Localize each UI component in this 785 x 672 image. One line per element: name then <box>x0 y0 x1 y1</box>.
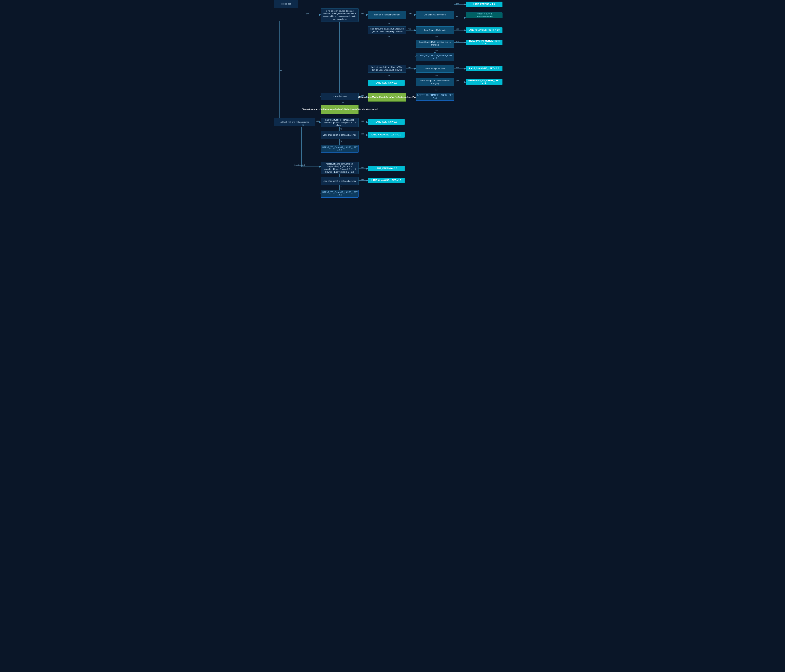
node-intent-right: INTENT_TO_CHANGE_LANES_RIGHT = 1.0 <box>416 53 454 61</box>
node-preparing-merge-right: PREPARING_TO_MERGE_RIGHT = 1.0 <box>466 40 502 45</box>
node-lane-keeping-3: LANE_KEEPING = 1.0 <box>368 119 405 125</box>
label-no-13: no <box>340 128 342 130</box>
label-no-16: no <box>340 185 342 188</box>
node-is-high-risk: isHighRisk <box>274 0 298 8</box>
label-no-4: no <box>436 35 438 38</box>
node-collision-check: Is no collision course detected towards … <box>321 8 358 22</box>
label-no-15: no <box>340 174 342 177</box>
label-yes-12: yes <box>316 120 319 122</box>
label-yes-10: yes <box>456 80 459 82</box>
node-has-no-left-truck: hasNoLeftLane || Driver is not cooperati… <box>321 162 358 174</box>
node-intent-left-bot: INTENT_TO_CHANGE_LANES_LEFT = 1.0 <box>321 190 358 198</box>
node-not-high-risk: Not high risk and not anticipated <box>274 118 315 126</box>
node-lane-keeping-2: LANE_KEEPING = 1.0 <box>368 80 405 86</box>
label-no-2: no <box>457 16 458 18</box>
label-yes-1: yes <box>306 12 309 14</box>
label-no-8: no <box>436 89 438 91</box>
label-is-anticipated: (isAnticipated) <box>294 164 305 166</box>
node-remain-lateral: Remain in lateral movement <box>368 11 406 19</box>
node-lane-change-left-safe-bot: Lane change left is safe and allowed <box>321 177 358 185</box>
label-yes-15: yes <box>361 166 364 169</box>
node-intent-left-mid: INTENT_TO_CHANGE_LANES_LEFT = 1.0 <box>321 145 358 153</box>
node-lane-keeping-1: LANE_KEEPING = 1.0 <box>466 2 502 7</box>
node-is-lane-keeping: Is lane keeping <box>321 93 358 100</box>
label-no-7: no <box>436 74 438 77</box>
label-yes-9: yes <box>456 66 459 68</box>
label-yes-14: yes <box>361 133 364 135</box>
node-lane-changing-left-2: LANE_CHANGING_LEFT = 1.0 <box>368 132 405 138</box>
label-no-10: no <box>342 102 344 103</box>
decision-diagram: isHighRisk Is no collision course detect… <box>274 0 511 204</box>
label-yes-6: yes <box>456 28 459 30</box>
label-no-11: no <box>340 93 342 95</box>
node-preparing-merge-left: PREPARING_TO_MERGE_LEFT = 1.0 <box>466 79 502 85</box>
label-yes-4: yes <box>457 2 459 5</box>
label-yes-2: yes <box>361 12 364 14</box>
node-intent-left-top: INTENT_TO_CHANGE_LANES_LEFT = 1.0 <box>416 93 454 101</box>
label-yes-16: yes <box>361 178 364 180</box>
node-lane-changing-left-3: LANE_CHANGING_LEFT = 1.0 <box>368 178 405 183</box>
node-remain-current: Remain in current LateralActionState <box>466 13 502 18</box>
label-no-14: no <box>340 140 342 142</box>
label-yes-5: yes <box>408 28 411 30</box>
label-no-9: no <box>388 74 390 77</box>
node-has-left-lane: hasLeftLane && LaneChangeWish left && La… <box>368 65 406 73</box>
node-has-no-left-right: hasNoLeftLane || Right Lane is favorable… <box>321 118 358 127</box>
node-lane-change-left-safe-top: LaneChangeLeft safe <box>416 65 454 73</box>
node-choose-collision-lateral: ChooseLateralActionStateIntensitiesForCo… <box>321 105 358 114</box>
node-lane-change-left-safe-mid: Lane change left is safe and allowed <box>321 131 358 139</box>
label-no-6: no <box>388 35 390 38</box>
node-lane-change-left-merge: LaneChangeLeft possible due to merging <box>416 78 454 86</box>
node-lane-keeping-4: LANE_KEEPING = 1.0 <box>368 166 405 171</box>
label-yes-11: yes <box>361 94 364 97</box>
label-no-5: no <box>436 49 438 51</box>
label-no-12: no <box>302 124 304 126</box>
node-lane-change-right-merge: LaneChangeRight possible due to merging <box>416 40 454 47</box>
label-no-1: no <box>280 69 283 72</box>
node-has-right-lane: hasRightLane && LaneChangeWish right && … <box>368 27 406 34</box>
node-lane-changing-left-1: LANE_CHANGING_LEFT = 1.0 <box>466 66 502 71</box>
node-lane-change-right-safe: LaneChangeRight safe <box>416 27 454 34</box>
node-choose-collision-else: ChooseLateralActionStateIntensitiesForCo… <box>368 93 406 102</box>
label-yes-8: yes <box>408 66 411 68</box>
node-lane-changing-right: LANE_CHANGING_RIGHT = 1.0 <box>466 27 502 33</box>
node-end-lateral: End of lateral movement <box>416 11 454 19</box>
label-yes-3: yes <box>409 12 412 14</box>
label-yes-13: yes <box>361 120 364 122</box>
label-no-3: no <box>388 22 390 24</box>
label-yes-7: yes <box>456 40 459 42</box>
